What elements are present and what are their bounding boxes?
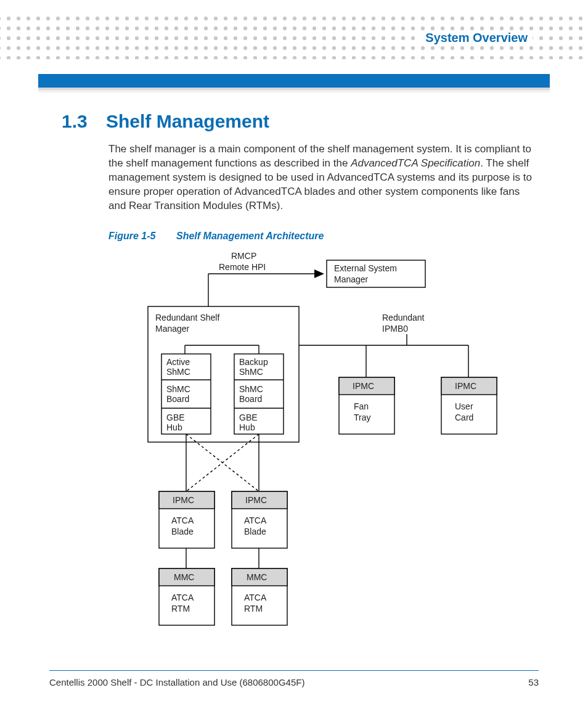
backup-shmc-board-l2: Board: [239, 394, 262, 404]
section-title: Shelf Management: [106, 111, 269, 131]
rtm2-l2: RTM: [244, 604, 263, 614]
backup-shmc-l2: ShMC: [239, 367, 263, 377]
ext-sys-mgr-l1: External System: [334, 263, 397, 273]
user-l2: Card: [455, 413, 473, 422]
fan-ipmc: IPMC: [353, 381, 374, 391]
blade1-l1: ATCA: [171, 515, 194, 525]
active-gbe-l1: GBE: [166, 413, 185, 422]
figure-caption: Figure 1-5Shelf Management Architecture: [108, 231, 539, 242]
user-ipmc: IPMC: [455, 381, 476, 391]
para-em: AdvancedTCA Specification: [351, 157, 480, 169]
red-shmgr-l1: Redundant Shelf: [155, 313, 219, 322]
backup-shmc-l1: Backup: [239, 357, 268, 367]
active-shmc-l2: ShMC: [166, 367, 190, 377]
remote-hpi-label: Remote HPI: [219, 262, 266, 272]
red-shmgr-l2: Manager: [155, 324, 190, 334]
fan-l1: Fan: [354, 401, 369, 411]
active-shmc-l1: Active: [166, 357, 190, 367]
section-number: 1.3: [62, 111, 106, 132]
rmcp-label: RMCP: [231, 251, 256, 261]
arrow-head: [314, 269, 324, 278]
section-heading: 1.3Shelf Management: [62, 111, 539, 132]
rtm1-l2: RTM: [171, 604, 190, 614]
active-shmc-board-l1: ShMC: [166, 384, 190, 394]
rtm2-mmc: MMC: [247, 572, 267, 582]
footer-doc-title: Centellis 2000 Shelf - DC Installation a…: [49, 677, 304, 688]
header-blue-bar: [38, 74, 550, 88]
figure-title: Shelf Management Architecture: [176, 231, 324, 241]
user-l1: User: [455, 401, 473, 411]
rtm1-l1: ATCA: [171, 593, 194, 602]
blade1-ipmc: IPMC: [173, 495, 194, 505]
footer-page-number: 53: [528, 677, 539, 688]
active-gbe-l2: Hub: [166, 422, 182, 432]
blade2-l2: Blade: [244, 527, 266, 536]
blade1-l2: Blade: [171, 527, 194, 536]
backup-gbe-l1: GBE: [239, 413, 258, 422]
backup-shmc-board-l1: ShMC: [239, 384, 263, 394]
rtm1-mmc: MMC: [174, 572, 194, 582]
ext-sys-mgr-l2: Manager: [334, 274, 369, 284]
red-ipmb-l2: IPMB0: [382, 324, 408, 334]
chapter-label: System Overview: [420, 31, 533, 45]
backup-gbe-l2: Hub: [239, 422, 255, 432]
active-shmc-board-l2: Board: [166, 394, 189, 404]
line-gbe2-cross: [186, 434, 259, 491]
red-ipmb-l1: Redundant: [382, 313, 425, 322]
blade2-ipmc: IPMC: [245, 495, 267, 505]
fan-l2: Tray: [354, 413, 370, 422]
architecture-diagram: RMCP Remote HPI External System Manager …: [136, 248, 530, 630]
section-paragraph: The shelf manager is a main component of…: [108, 142, 539, 213]
page-footer: Centellis 2000 Shelf - DC Installation a…: [49, 670, 539, 688]
rtm2-l1: ATCA: [244, 593, 267, 602]
blade2-l1: ATCA: [244, 515, 267, 525]
diagram: RMCP Remote HPI External System Manager …: [136, 248, 539, 633]
figure-label: Figure 1-5: [108, 231, 176, 242]
